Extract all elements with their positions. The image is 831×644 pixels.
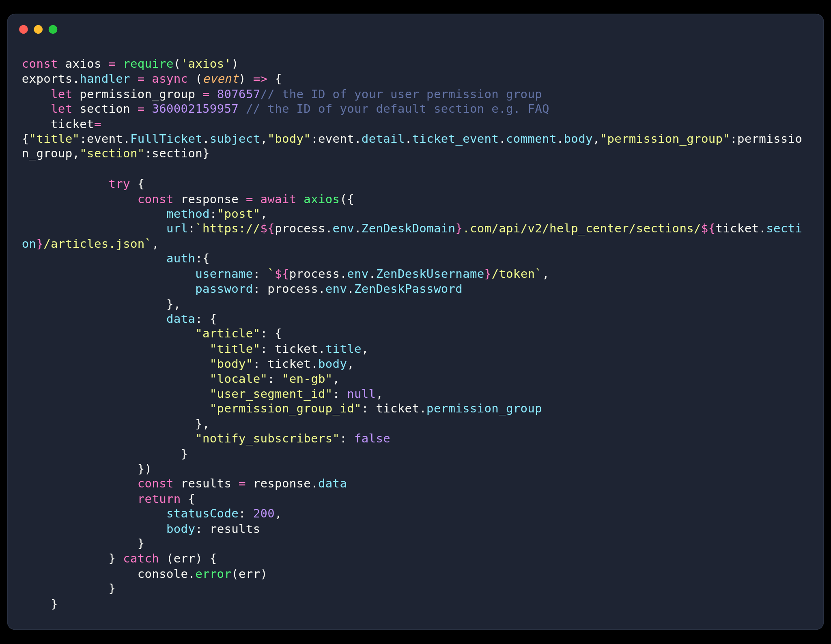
code-token: ( bbox=[188, 72, 202, 86]
code-token: url bbox=[166, 222, 188, 236]
code-token bbox=[130, 102, 138, 116]
code-token: async bbox=[152, 72, 188, 86]
code-token: { bbox=[181, 492, 196, 506]
code-token bbox=[22, 342, 210, 356]
code-token: = bbox=[246, 192, 253, 206]
code-token: :{ bbox=[195, 252, 210, 266]
close-icon[interactable] bbox=[19, 25, 28, 33]
code-token: 200 bbox=[253, 507, 275, 521]
code-token: axios bbox=[65, 57, 101, 71]
code-token: process bbox=[289, 267, 340, 281]
code-token: ZenDeskPassword bbox=[354, 282, 463, 296]
code-token bbox=[239, 102, 246, 116]
code-token: ticket bbox=[715, 222, 759, 236]
code-token: ${ bbox=[701, 222, 716, 236]
code-token: ) bbox=[260, 567, 268, 580]
code-token: response bbox=[253, 477, 311, 491]
code-token: // the ID of your default section e.g. F… bbox=[246, 102, 549, 116]
code-token: , bbox=[72, 147, 80, 161]
code-token: /token` bbox=[491, 267, 542, 281]
code-token: "section" bbox=[80, 147, 144, 161]
code-token: }) bbox=[22, 462, 152, 476]
code-token: ( bbox=[231, 567, 239, 580]
code-token: : bbox=[730, 132, 737, 146]
code-token bbox=[22, 267, 195, 281]
code-token bbox=[22, 222, 166, 236]
code-token: } bbox=[22, 537, 145, 550]
code-token: . bbox=[340, 267, 347, 281]
code-token: , bbox=[333, 372, 340, 386]
code-token bbox=[22, 282, 195, 296]
code-token bbox=[297, 192, 304, 206]
code-token: "en-gb" bbox=[282, 372, 333, 386]
minimize-icon[interactable] bbox=[34, 25, 43, 33]
code-token: ( bbox=[174, 57, 181, 71]
code-token: ${ bbox=[260, 222, 275, 236]
code-token: : bbox=[253, 267, 268, 281]
code-token: event bbox=[87, 132, 123, 146]
code-token: method bbox=[166, 207, 210, 221]
code-token: } bbox=[22, 447, 188, 461]
code-token: statusCode bbox=[166, 507, 239, 521]
code-token: . bbox=[419, 402, 426, 416]
code-token: . bbox=[318, 282, 325, 296]
code-token: detail bbox=[362, 132, 405, 146]
code-token: body bbox=[166, 522, 195, 535]
code-token: ticket bbox=[267, 357, 311, 371]
code-token: : bbox=[267, 372, 282, 386]
code-token: . bbox=[759, 222, 766, 236]
code-token: . bbox=[311, 477, 318, 491]
code-token bbox=[145, 72, 152, 86]
code-token bbox=[22, 387, 210, 401]
code-token: env bbox=[347, 267, 368, 281]
code-token: "permission_group_id" bbox=[210, 402, 362, 416]
code-token: . bbox=[188, 567, 195, 580]
code-token: : bbox=[260, 342, 275, 356]
code-token bbox=[130, 72, 138, 86]
code-token: exports bbox=[22, 72, 73, 86]
code-token: handler bbox=[80, 72, 130, 86]
code-token: `https:// bbox=[195, 222, 260, 236]
code-token: "locale" bbox=[210, 372, 267, 386]
code-token: comment bbox=[506, 132, 557, 146]
code-token: /articles.json` bbox=[43, 237, 152, 251]
code-token: , bbox=[593, 132, 600, 146]
code-token: 360002159957 bbox=[152, 102, 239, 116]
code-token: body bbox=[564, 132, 593, 146]
code-token: title bbox=[325, 342, 362, 356]
code-token: "permission_group" bbox=[600, 132, 730, 146]
code-token bbox=[22, 477, 138, 491]
code-token: ticket_event bbox=[412, 132, 499, 146]
code-token bbox=[210, 87, 217, 101]
code-token: FullTicket bbox=[130, 132, 202, 146]
code-token: event bbox=[202, 72, 239, 86]
code-token: results bbox=[181, 477, 232, 491]
code-token bbox=[246, 477, 253, 491]
code-token: = bbox=[138, 72, 145, 86]
code-token bbox=[145, 102, 152, 116]
code-token: permission_group bbox=[426, 402, 542, 416]
code-token bbox=[253, 192, 260, 206]
code-token bbox=[22, 357, 210, 371]
code-token bbox=[22, 102, 51, 116]
code-token: auth bbox=[166, 252, 195, 266]
code-token: : bbox=[239, 507, 253, 521]
code-token bbox=[58, 57, 65, 71]
code-token: , bbox=[260, 207, 268, 221]
code-token: let bbox=[51, 102, 72, 116]
code-token: , bbox=[347, 357, 354, 371]
code-token: error bbox=[195, 567, 231, 580]
code-token: results bbox=[210, 522, 260, 535]
code-token: ZenDeskUsername bbox=[376, 267, 484, 281]
zoom-icon[interactable] bbox=[49, 25, 57, 33]
code-token: . bbox=[325, 222, 333, 236]
code-token: false bbox=[354, 432, 390, 446]
code-token bbox=[22, 372, 210, 386]
code-token: "title" bbox=[29, 132, 80, 146]
code-token: . bbox=[202, 132, 210, 146]
code-token bbox=[22, 177, 109, 191]
code-token bbox=[22, 312, 166, 326]
stage: const axios = require('axios') exports.h… bbox=[0, 0, 831, 644]
code-token bbox=[22, 432, 195, 446]
code-token bbox=[195, 87, 202, 101]
